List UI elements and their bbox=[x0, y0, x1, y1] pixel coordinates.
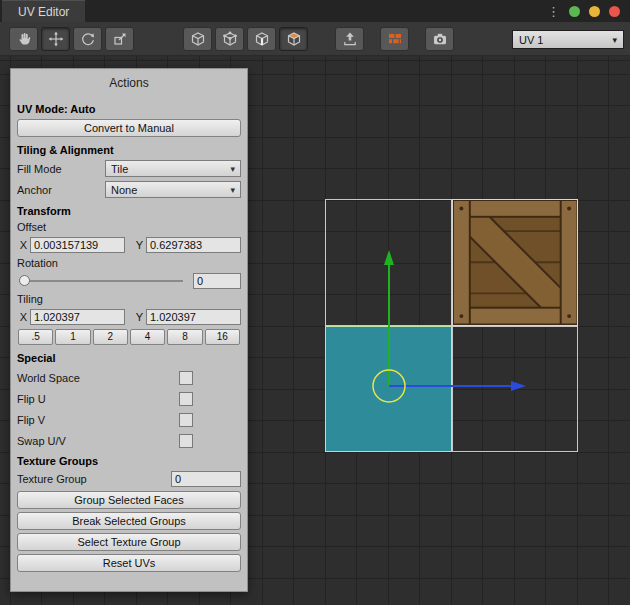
face-mode-button[interactable] bbox=[279, 27, 308, 51]
tab-title: UV Editor bbox=[18, 5, 69, 19]
chevron-down-icon: ▾ bbox=[230, 164, 235, 174]
select-texture-group-button[interactable]: Select Texture Group bbox=[17, 533, 241, 551]
anchor-label: Anchor bbox=[17, 184, 52, 196]
rotation-slider[interactable] bbox=[19, 280, 183, 282]
texture-group-label: Texture Group bbox=[17, 473, 87, 485]
move-tool-button[interactable] bbox=[41, 27, 70, 51]
uv-editor-window: UV Editor ⋮ bbox=[0, 0, 630, 605]
camera-icon bbox=[432, 31, 448, 47]
actions-panel: Actions UV Mode: Auto Convert to Manual … bbox=[10, 68, 248, 592]
texture-preview-button[interactable] bbox=[380, 27, 409, 51]
transform-heading: Transform bbox=[17, 205, 241, 217]
special-heading: Special bbox=[17, 352, 241, 364]
uv-face-bottom-right[interactable] bbox=[452, 326, 579, 453]
move-icon bbox=[48, 31, 64, 47]
cube-face-icon bbox=[286, 31, 302, 47]
toolbar: UV 1 ▾ bbox=[0, 22, 630, 56]
tiling-y-field[interactable] bbox=[146, 309, 241, 325]
uv-face-top-left[interactable] bbox=[325, 199, 452, 326]
world-space-checkbox[interactable] bbox=[179, 371, 193, 385]
rotate-tool-button[interactable] bbox=[73, 27, 102, 51]
uv-mode-label: UV Mode: Auto bbox=[17, 103, 241, 115]
cube-object-icon bbox=[190, 31, 206, 47]
convert-to-manual-button[interactable]: Convert to Manual bbox=[17, 119, 241, 137]
anchor-dropdown[interactable]: None ▾ bbox=[105, 181, 241, 198]
offset-label: Offset bbox=[17, 221, 241, 233]
flip-v-checkbox[interactable] bbox=[179, 413, 193, 427]
arrow-up-tray-icon bbox=[342, 31, 358, 47]
scale-tool-button[interactable] bbox=[105, 27, 134, 51]
tiling-alignment-heading: Tiling & Alignment bbox=[17, 144, 241, 156]
preset-8-button[interactable]: 8 bbox=[167, 329, 202, 345]
uv-face-crate-texture[interactable] bbox=[452, 199, 579, 326]
offset-y-label: Y bbox=[133, 239, 143, 251]
tiling-label: Tiling bbox=[17, 293, 241, 305]
flip-u-label: Flip U bbox=[17, 393, 46, 405]
tab-uv-editor[interactable]: UV Editor bbox=[2, 0, 85, 22]
rotation-field[interactable] bbox=[193, 273, 241, 289]
window-dot-red[interactable] bbox=[609, 6, 620, 17]
texture-groups-heading: Texture Groups bbox=[17, 455, 241, 467]
project-uv-button[interactable] bbox=[335, 27, 364, 51]
tiling-x-field[interactable] bbox=[30, 309, 125, 325]
chevron-down-icon: ▾ bbox=[230, 185, 235, 195]
window-controls: ⋮ bbox=[547, 0, 630, 22]
preset-2-button[interactable]: 2 bbox=[93, 329, 128, 345]
cube-edge-icon bbox=[254, 31, 270, 47]
window-dot-green[interactable] bbox=[569, 6, 580, 17]
menu-dots-icon[interactable]: ⋮ bbox=[547, 5, 560, 18]
reset-uvs-button[interactable]: Reset UVs bbox=[17, 554, 241, 572]
hand-icon bbox=[16, 31, 32, 47]
fill-mode-dropdown[interactable]: Tile ▾ bbox=[105, 160, 241, 177]
offset-x-field[interactable] bbox=[30, 237, 125, 253]
uv-face-selected[interactable] bbox=[325, 326, 452, 453]
uv-channel-dropdown[interactable]: UV 1 ▾ bbox=[512, 30, 624, 49]
world-space-label: World Space bbox=[17, 372, 80, 384]
tiling-presets: .5 1 2 4 8 16 bbox=[17, 329, 241, 345]
fill-mode-label: Fill Mode bbox=[17, 163, 62, 175]
tiling-y-label: Y bbox=[133, 311, 143, 323]
panel-title: Actions bbox=[17, 73, 241, 96]
offset-x-label: X bbox=[17, 239, 27, 251]
crate-texture-image bbox=[453, 200, 578, 325]
preset-4-button[interactable]: 4 bbox=[130, 329, 165, 345]
object-mode-button[interactable] bbox=[183, 27, 212, 51]
rotation-label: Rotation bbox=[17, 257, 241, 269]
uv-channel-value: UV 1 bbox=[519, 34, 543, 46]
scale-icon bbox=[112, 31, 128, 47]
preset-1-button[interactable]: 1 bbox=[55, 329, 90, 345]
vertex-mode-button[interactable] bbox=[215, 27, 244, 51]
chevron-down-icon: ▾ bbox=[612, 35, 617, 45]
swap-uv-label: Swap U/V bbox=[17, 435, 66, 447]
flip-v-label: Flip V bbox=[17, 414, 45, 426]
uv-grid bbox=[325, 199, 578, 452]
preset-half-button[interactable]: .5 bbox=[18, 329, 53, 345]
rotate-icon bbox=[80, 31, 96, 47]
bricks-icon bbox=[387, 31, 403, 47]
rotation-slider-knob[interactable] bbox=[19, 275, 30, 286]
cube-vertex-icon bbox=[222, 31, 238, 47]
offset-y-field[interactable] bbox=[146, 237, 241, 253]
anchor-value: None bbox=[111, 184, 137, 196]
flip-u-checkbox[interactable] bbox=[179, 392, 193, 406]
fill-mode-value: Tile bbox=[111, 163, 128, 175]
group-selected-faces-button[interactable]: Group Selected Faces bbox=[17, 491, 241, 509]
swap-uv-checkbox[interactable] bbox=[179, 434, 193, 448]
texture-group-field[interactable] bbox=[171, 471, 241, 487]
window-dot-yellow[interactable] bbox=[589, 6, 600, 17]
preset-16-button[interactable]: 16 bbox=[205, 329, 240, 345]
tiling-x-label: X bbox=[17, 311, 27, 323]
edge-mode-button[interactable] bbox=[247, 27, 276, 51]
hand-tool-button[interactable] bbox=[9, 27, 38, 51]
render-uv-button[interactable] bbox=[425, 27, 454, 51]
break-selected-groups-button[interactable]: Break Selected Groups bbox=[17, 512, 241, 530]
tab-bar: UV Editor ⋮ bbox=[0, 0, 630, 22]
